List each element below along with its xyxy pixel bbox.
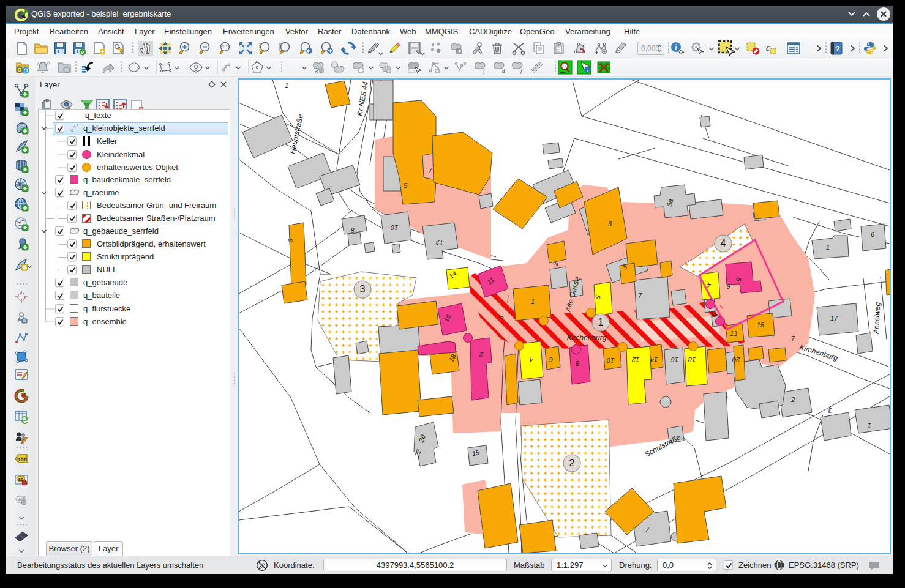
svg-text:2: 2 (479, 351, 484, 359)
svg-text:15: 15 (757, 321, 765, 329)
svg-text:∫: ∫ (483, 68, 486, 75)
svg-text:6: 6 (726, 283, 730, 290)
svg-text:14: 14 (650, 356, 658, 363)
svg-text:10: 10 (606, 357, 614, 364)
svg-text:3: 3 (828, 407, 832, 414)
svg-text:18: 18 (688, 356, 696, 363)
svg-text:7: 7 (791, 335, 795, 342)
svg-text:3a: 3a (666, 198, 674, 207)
svg-text:2: 2 (790, 396, 795, 403)
svg-text:17: 17 (830, 314, 838, 322)
svg-text:4: 4 (721, 238, 726, 248)
svg-text:1: 1 (826, 244, 830, 251)
svg-text:16: 16 (670, 356, 678, 363)
svg-text:1:1: 1:1 (222, 45, 228, 49)
svg-text:5: 5 (404, 182, 408, 189)
svg-text:3: 3 (608, 220, 612, 228)
svg-text:8: 8 (575, 360, 579, 367)
svg-text:Kirchenburg: Kirchenburg (567, 333, 607, 342)
svg-text:6: 6 (871, 231, 875, 238)
svg-text:1: 1 (285, 82, 288, 89)
svg-text:20: 20 (732, 356, 740, 363)
svg-text:8: 8 (350, 226, 355, 234)
svg-text:10: 10 (390, 224, 398, 231)
svg-text:Anselweg: Anselweg (872, 302, 882, 335)
svg-text:4: 4 (707, 281, 711, 289)
svg-text:4: 4 (530, 356, 533, 363)
svg-text:1: 1 (531, 298, 535, 305)
svg-text:7: 7 (645, 526, 650, 534)
svg-text:1: 1 (598, 317, 604, 327)
svg-text:ʃ: ʃ (519, 68, 523, 74)
svg-text:ab: ab (18, 477, 23, 482)
svg-text:12: 12 (436, 239, 443, 246)
svg-text:?: ? (835, 44, 840, 53)
svg-text:d: d (502, 68, 505, 74)
svg-text:13: 13 (730, 330, 738, 337)
svg-text:7: 7 (638, 292, 642, 299)
svg-text:12: 12 (632, 356, 639, 363)
svg-text:1: 1 (868, 422, 871, 430)
svg-text:3: 3 (360, 284, 366, 294)
svg-text:7: 7 (429, 166, 433, 174)
svg-text:6: 6 (549, 356, 553, 363)
svg-text:2: 2 (569, 458, 575, 468)
svg-text:ε: ε (766, 42, 770, 53)
